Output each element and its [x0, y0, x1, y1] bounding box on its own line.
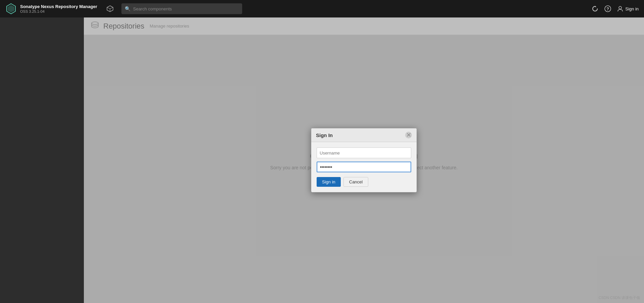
svg-marker-6	[595, 6, 596, 7]
dialog-cancel-button[interactable]: Cancel	[343, 177, 368, 187]
svg-text:?: ?	[606, 6, 609, 11]
close-icon: ✕	[406, 131, 411, 139]
username-input[interactable]	[317, 147, 411, 158]
cube-icon	[106, 5, 114, 12]
help-button[interactable]: ?	[604, 5, 611, 12]
svg-point-9	[619, 6, 622, 9]
topbar-right: ? Sign in	[592, 5, 639, 12]
dialog-signin-button[interactable]: Sign in	[317, 177, 341, 187]
dialog-footer: Sign in Cancel	[317, 176, 411, 187]
signin-dialog: Sign In ✕ Sign in Cancel	[311, 128, 417, 192]
dialog-header: Sign In ✕	[311, 128, 417, 142]
search-bar: 🔍	[121, 3, 242, 14]
cube-icon-button[interactable]	[104, 3, 116, 15]
dialog-close-button[interactable]: ✕	[405, 132, 412, 138]
dialog-body: Sign in Cancel	[311, 142, 417, 192]
refresh-icon	[592, 5, 598, 12]
app-logo-icon	[5, 3, 17, 14]
svg-line-4	[107, 7, 110, 9]
app-version: OSS 3.25.1-04	[20, 9, 97, 13]
search-input[interactable]	[133, 6, 239, 11]
refresh-button[interactable]	[592, 5, 598, 12]
content-area: Repositories Manage repositories e as yo…	[84, 17, 644, 303]
sidebar	[0, 17, 84, 303]
svg-marker-1	[8, 5, 14, 12]
signin-icon	[617, 6, 623, 12]
svg-line-5	[110, 7, 113, 9]
password-input[interactable]	[317, 162, 411, 172]
topbar: Sonatype Nexus Repository Manager OSS 3.…	[0, 0, 644, 17]
modal-overlay: Sign In ✕ Sign in Cancel	[84, 17, 644, 303]
help-icon: ?	[604, 5, 611, 12]
main-layout: Repositories Manage repositories e as yo…	[0, 17, 644, 303]
app-title: Sonatype Nexus Repository Manager	[20, 4, 97, 9]
signin-topbar-button[interactable]: Sign in	[617, 6, 639, 12]
app-logo: Sonatype Nexus Repository Manager OSS 3.…	[5, 3, 97, 14]
dialog-title: Sign In	[316, 132, 333, 138]
signin-topbar-label: Sign in	[625, 6, 639, 11]
search-icon: 🔍	[125, 6, 130, 11]
app-title-block: Sonatype Nexus Repository Manager OSS 3.…	[20, 4, 97, 13]
